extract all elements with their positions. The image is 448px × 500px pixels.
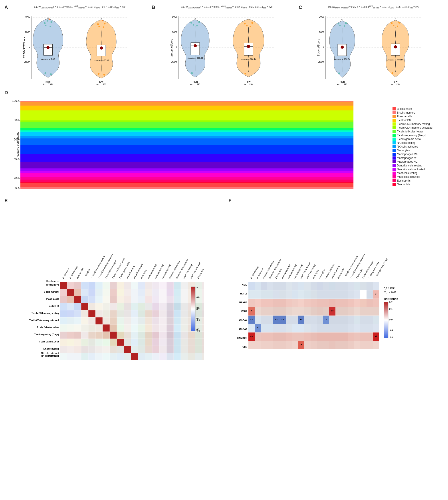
svg-rect-275 [202,303,204,310]
svg-rect-554 [279,299,286,307]
legend-macrophages-m0: Macrophages M0 [393,153,444,156]
svg-rect-229 [174,289,181,296]
legend-label-t-cd4-memory-activated: T cells CD4 memory activated [397,126,432,129]
svg-rect-616 [342,316,348,324]
svg-rect-268 [152,303,160,310]
svg-rect-654 [286,332,292,341]
svg-rect-310 [152,317,160,325]
svg-rect-392 [138,346,145,353]
svg-rect-380 [202,339,204,346]
svg-rect-653 [279,332,286,341]
svg-text:0.1: 0.1 [389,308,393,310]
svg-text:Correlation: Correlation [384,297,398,301]
svg-text:** p < 0.01: ** p < 0.01 [384,291,397,294]
svg-rect-535 [292,290,298,299]
svg-rect-344 [96,331,103,339]
svg-rect-289 [152,310,160,317]
legend-color-monocytes [393,149,396,152]
legend-label-t-cd8: T cells CD8 [397,119,411,122]
svg-rect-622 [367,316,373,324]
svg-text:(n = 140): (n = 140) [96,83,106,85]
svg-rect-418 [174,353,181,360]
svg-rect-322 [88,325,96,331]
svg-point-72 [244,23,245,24]
svg-rect-566 [354,299,360,307]
svg-text:CLCA1: CLCA1 [239,328,247,330]
legend-b-cells-memory: B cells memory [393,111,444,114]
svg-rect-589 [354,307,360,316]
svg-rect-286 [131,310,138,317]
panel-d: D Relative percentage 100% 80% 60% 40% 2… [4,90,444,193]
legend-color-dendritic-resting [393,164,396,167]
svg-rect-262 [110,303,117,310]
svg-rect-512 [279,282,286,290]
svg-rect-509 [261,282,267,290]
svg-rect-349 [131,331,138,339]
svg-rect-524 [354,282,360,290]
legend-label-plasma-cells: Plasma cells [397,115,412,118]
svg-rect-295 [195,310,202,317]
svg-rect-202 [131,282,138,289]
svg-rect-586 [336,307,342,316]
legend-color-nk-activated [393,145,396,148]
svg-point-102 [344,25,345,27]
panel-a-violin: ESTIMATEScore 4000 2000 0 -2000 [4,10,149,85]
svg-rect-571 [255,307,261,316]
svg-text:Plasma cells: Plasma cells [76,268,84,279]
svg-rect-579 [304,307,311,316]
svg-rect-564 [342,299,348,307]
svg-rect-251 [181,296,188,303]
svg-rect-241 [110,296,117,303]
svg-text:Monocytes: Monocytes [140,269,147,279]
legend-color-macrophages-m0 [393,153,396,156]
svg-rect-235 [67,296,74,303]
legend-color-neutrophils [393,183,396,186]
legend-color-mast-activated [393,175,396,178]
svg-text:0: 0 [323,45,325,48]
svg-text:T cells CD4 memory resting: T cells CD4 memory resting [32,312,59,314]
svg-rect-687 [348,341,354,349]
svg-rect-550 [255,299,261,307]
svg-rect-649 [255,332,261,341]
svg-point-107 [394,45,397,49]
svg-rect-600 [267,316,273,324]
svg-rect-304 [110,317,117,325]
svg-text:* p < 0.05: * p < 0.05 [384,286,395,290]
svg-point-19 [49,26,51,27]
svg-rect-352 [152,331,160,339]
svg-text:NK cells activated: NK cells activated [41,352,59,354]
panel-f: F B cells memory B cells naive Dendritic… [224,198,444,372]
svg-rect-660 [323,332,329,341]
svg-text:NRXN3: NRXN3 [239,301,247,304]
svg-text:0%: 0% [15,186,19,190]
svg-text:2000: 2000 [25,31,30,34]
svg-rect-242 [117,296,124,303]
svg-rect-411 [124,353,131,360]
svg-rect-263 [117,303,124,310]
svg-rect-641 [342,324,348,332]
panel-f-heatmap-svg: B cells memory B cells naive Dendritic c… [228,205,428,371]
svg-point-63 [196,25,198,26]
svg-rect-521 [336,282,342,290]
svg-text:-2000: -2000 [318,61,325,64]
legend-label-dendritic-activated: Dendritic cells activated [397,168,425,171]
panel-d-inner: Relative percentage 100% 80% 60% 40% 20%… [4,96,444,193]
svg-rect-629 [279,324,286,332]
svg-point-75 [250,26,251,27]
svg-rect-672 [261,341,267,349]
svg-rect-234 [60,296,67,303]
svg-rect-587 [342,307,348,316]
svg-rect-208 [174,282,181,289]
svg-rect-515 [298,282,304,290]
svg-rect-228 [166,289,174,296]
svg-rect-386 [96,346,103,353]
svg-text:-0.1: -0.1 [389,328,393,331]
svg-rect-623 [373,316,379,324]
svg-rect-394 [152,346,160,353]
svg-text:B cells memory: B cells memory [44,291,59,293]
legend-color-t-cd4-memory-activated [393,126,396,129]
svg-rect-221 [117,289,124,296]
svg-rect-340 [67,331,74,339]
svg-rect-508 [255,282,261,290]
svg-rect-326 [117,325,124,331]
